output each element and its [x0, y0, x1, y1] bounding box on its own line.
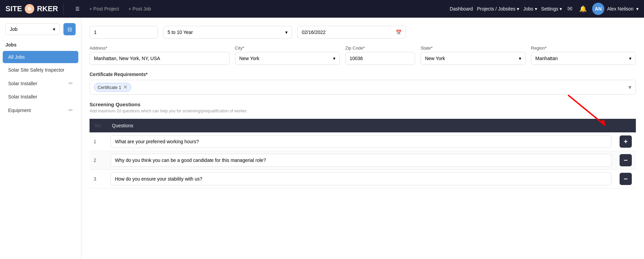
experience-value: 5 to 10 Year: [168, 30, 193, 35]
jobs-nav[interactable]: Jobs ▾: [523, 6, 537, 12]
logo-text-2: RKER: [37, 4, 58, 13]
state-label: State*: [421, 45, 525, 51]
cert-remove-icon[interactable]: ✕: [123, 85, 128, 90]
header-nav: ☰ + Post Project + Post Job: [72, 4, 154, 14]
logo[interactable]: SITE ⚙ RKER: [5, 4, 58, 14]
job-type-dropdown[interactable]: Job ▾: [5, 23, 60, 35]
cert-tag-1: Certificate 1 ✕: [94, 83, 131, 92]
date-field-group: 02/16/2022 📅: [297, 26, 406, 39]
add-question-button[interactable]: +: [620, 135, 632, 148]
question-number: 3: [90, 170, 106, 188]
region-value: Manhattan: [535, 56, 558, 61]
date-picker[interactable]: 02/16/2022 📅: [297, 26, 406, 39]
sidebar-filter-row: Job ▾ ⊟: [0, 23, 81, 38]
city-field-group: City* New York ▾: [235, 45, 340, 65]
remove-question-button[interactable]: −: [620, 173, 632, 185]
questions-tbody: 1+2−3−: [90, 132, 636, 188]
region-chevron-icon: ▾: [629, 56, 631, 61]
address-field-group: Address*: [90, 45, 230, 65]
user-menu-button[interactable]: AN Alex Neilson ▾: [592, 3, 639, 15]
region-label: Region*: [531, 45, 636, 51]
question-input[interactable]: [111, 135, 611, 148]
calendar-icon: 📅: [396, 30, 402, 35]
question-number: 2: [90, 151, 106, 170]
col-questions: Questions: [106, 119, 616, 132]
sidebar-item-solar-installer-1[interactable]: Solar Installer ✏: [3, 77, 78, 90]
table-row: 1+: [90, 132, 636, 151]
all-jobs-label: All Jobs: [8, 54, 73, 60]
projects-chevron-icon: ▾: [517, 6, 519, 12]
table-row: 3−: [90, 170, 636, 188]
question-action-cell: −: [616, 170, 636, 188]
hamburger-button[interactable]: ☰: [72, 4, 83, 14]
state-chevron-icon: ▾: [519, 56, 521, 61]
edit-icon-2[interactable]: ✏: [69, 107, 73, 113]
city-value: New York: [239, 56, 259, 61]
solar-safety-label: Solar Site Safety Inspector: [8, 67, 73, 73]
filter-button[interactable]: ⊟: [63, 23, 76, 35]
question-input[interactable]: [111, 172, 611, 185]
mail-button[interactable]: ✉: [566, 4, 574, 14]
experience-dropdown[interactable]: 5 to 10 Year ▾: [163, 26, 292, 39]
header-divider: [63, 3, 64, 14]
screening-section: Screening Questions Add maximum 10 quest…: [90, 101, 636, 188]
number-field-group: [90, 26, 158, 39]
city-chevron-icon: ▾: [333, 56, 335, 61]
job-type-label: Job: [10, 26, 18, 32]
sidebar-section-jobs: Jobs: [0, 38, 81, 50]
dashboard-nav[interactable]: Dashboard: [450, 6, 473, 12]
number-input[interactable]: [90, 26, 158, 39]
edit-icon-1[interactable]: ✏: [69, 80, 73, 87]
main-content: 5 to 10 Year ▾ 02/16/2022 📅 Address* Cit…: [81, 18, 644, 259]
app-layout: Job ▾ ⊟ Jobs All Jobs Solar Site Safety …: [0, 18, 644, 259]
zip-input[interactable]: [345, 52, 415, 65]
question-text-cell: [106, 151, 616, 170]
region-field-group: Region* Manhattan ▾: [531, 45, 636, 65]
job-type-chevron-icon: ▾: [53, 26, 55, 32]
avatar: AN: [592, 3, 604, 15]
sidebar-item-solar-safety[interactable]: Solar Site Safety Inspector: [3, 64, 78, 76]
certificate-section: Certificate Requirements* Certificate 1 …: [90, 72, 636, 95]
sidebar-item-all-jobs[interactable]: All Jobs: [3, 51, 78, 63]
equipment-label: Equipment: [8, 108, 69, 113]
sidebar: Job ▾ ⊟ Jobs All Jobs Solar Site Safety …: [0, 18, 81, 259]
address-input[interactable]: [90, 52, 230, 65]
main-header: SITE ⚙ RKER ☰ + Post Project + Post Job …: [0, 0, 644, 18]
zip-label: Zip Code*: [345, 45, 415, 51]
settings-nav[interactable]: Settings ▾: [541, 6, 562, 12]
cert-chevron-icon[interactable]: ▾: [628, 84, 631, 91]
logo-icon: SITE: [5, 4, 22, 13]
state-dropdown[interactable]: New York ▾: [421, 52, 525, 65]
city-dropdown[interactable]: New York ▾: [235, 52, 340, 65]
screening-title: Screening Questions: [90, 101, 636, 107]
question-input[interactable]: [111, 154, 611, 167]
question-action-cell: +: [616, 132, 636, 151]
sidebar-item-solar-installer-2[interactable]: Solar Installer: [3, 91, 78, 103]
post-project-button[interactable]: + Post Project: [86, 4, 122, 14]
jobs-chevron-icon: ▾: [535, 6, 537, 12]
city-label: City*: [235, 45, 340, 51]
filter-icon: ⊟: [67, 26, 72, 33]
notification-button[interactable]: 🔔: [578, 4, 588, 14]
question-number: 1: [90, 132, 106, 151]
col-no: No: [90, 119, 106, 132]
screening-subtitle: Add maximum 10 questions which can help …: [90, 109, 636, 113]
solar-installer-2-label: Solar Installer: [8, 94, 73, 99]
question-text-cell: [106, 132, 616, 151]
top-fields-row: 5 to 10 Year ▾ 02/16/2022 📅: [90, 26, 636, 39]
remove-question-button[interactable]: −: [620, 154, 632, 166]
cert-row[interactable]: Certificate 1 ✕ ▾: [90, 80, 636, 95]
state-value: New York: [425, 56, 445, 61]
sidebar-item-equipment[interactable]: Equipment ✏: [3, 104, 78, 117]
logo-worker-icon: ⚙: [25, 4, 34, 14]
post-job-button[interactable]: + Post Job: [125, 4, 155, 14]
header-right: Dashboard Projects / Jobsites ▾ Jobs ▾ S…: [450, 3, 639, 15]
zip-field-group: Zip Code*: [345, 45, 415, 65]
question-text-cell: [106, 170, 616, 188]
region-dropdown[interactable]: Manhattan ▾: [531, 52, 636, 65]
question-action-cell: −: [616, 151, 636, 170]
state-field-group: State* New York ▾: [421, 45, 525, 65]
projects-nav[interactable]: Projects / Jobsites ▾: [477, 6, 519, 12]
cert-tag-text: Certificate 1: [98, 85, 121, 90]
date-value: 02/16/2022: [302, 30, 326, 35]
